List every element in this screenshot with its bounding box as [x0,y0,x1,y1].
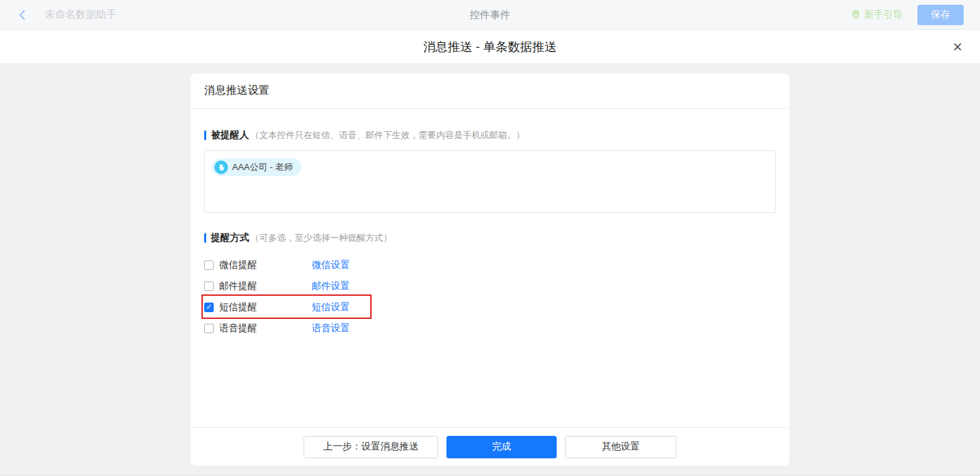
recipient-section-label: 被提醒人 [211,129,249,141]
settings-card: 消息推送设置 被提醒人 （文本控件只在短信、语音、邮件下生效，需要内容是手机或邮… [191,73,789,466]
option-row-wechat: 微信提醒 微信设置 [204,254,585,275]
close-icon[interactable]: × [953,39,962,55]
message-push-modal: 消息推送 - 单条数据推送 × 消息推送设置 被提醒人 （文本控件只在短信、语音… [0,30,980,476]
recipient-input[interactable]: AAA公司 - 老师 [204,150,776,213]
dingtalk-contact-icon [214,160,228,174]
card-title: 消息推送设置 [191,73,789,109]
recipient-section-header: 被提醒人 （文本控件只在短信、语音、邮件下生效，需要内容是手机或邮箱。） [204,129,776,141]
app-topbar: 未命名数据助手 新手引导 保存 控件事件 [0,0,980,30]
assistant-title: 未命名数据助手 [45,8,116,21]
sms-checkbox[interactable]: ✓ [204,303,214,312]
wechat-label: 微信提醒 [219,259,312,271]
recipient-tag[interactable]: AAA公司 - 老师 [212,158,301,176]
card-footer: 上一步：设置消息推送 完成 其他设置 [191,427,789,466]
method-section-header: 提醒方式 （可多选，至少选择一种提醒方式） [204,232,776,244]
voice-label: 语音提醒 [219,322,312,335]
option-row-sms: ✓ 短信提醒 短信设置 [204,296,585,318]
modal-header: 消息推送 - 单条数据推送 × [0,30,980,64]
section-marker [204,131,206,140]
voice-settings-link[interactable]: 语音设置 [312,322,350,335]
recipient-tag-label: AAA公司 - 老师 [232,161,293,173]
other-settings-button[interactable]: 其他设置 [565,436,676,458]
method-section-note: （可多选，至少选择一种提醒方式） [250,232,392,244]
done-button[interactable]: 完成 [446,436,557,458]
wechat-settings-link[interactable]: 微信设置 [312,259,350,271]
method-section-label: 提醒方式 [211,232,249,244]
voice-checkbox[interactable] [204,324,214,333]
back-chevron-icon[interactable] [16,9,29,21]
option-row-email: 邮件提醒 邮件设置 [204,275,585,296]
email-settings-link[interactable]: 邮件设置 [312,280,350,292]
previous-step-button[interactable]: 上一步：设置消息推送 [304,436,438,458]
email-checkbox[interactable] [204,282,214,291]
beginner-guide-button[interactable]: 新手引导 [851,9,902,21]
option-row-voice: 语音提醒 语音设置 [204,318,585,339]
beginner-guide-label: 新手引导 [864,9,902,21]
save-button[interactable]: 保存 [917,5,964,25]
modal-title: 消息推送 - 单条数据推送 [423,39,557,55]
section-marker [204,233,206,243]
location-pin-icon [851,10,861,20]
recipient-section-note: （文本控件只在短信、语音、邮件下生效，需要内容是手机或邮箱。） [250,129,525,141]
email-label: 邮件提醒 [219,280,312,292]
wechat-checkbox[interactable] [204,260,214,270]
sms-label: 短信提醒 [219,301,312,313]
sms-settings-link[interactable]: 短信设置 [312,301,350,313]
method-options-list: 微信提醒 微信设置 邮件提醒 邮件设置 ✓ 短信提醒 短信设置 [204,254,776,339]
